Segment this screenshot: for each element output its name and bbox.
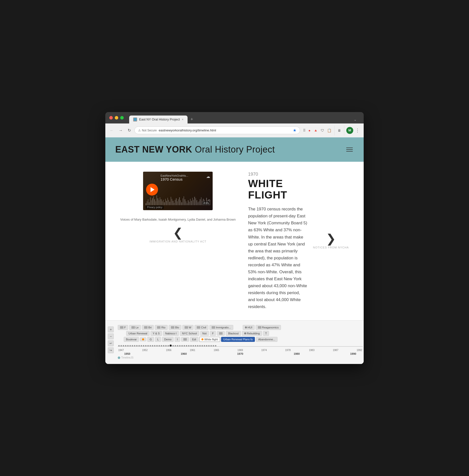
decade-label-1980: 1980 — [294, 352, 300, 355]
tab-favicon-icon: 🌐 — [133, 118, 137, 121]
media-caption: Voices of Mary Barksdale, Isaiah Montgom… — [120, 217, 236, 222]
prev-nav-label: IMMIGRATION AND NATIONALITY ACT — [150, 240, 206, 243]
privacy-policy-label[interactable]: Privacy policy — [146, 205, 164, 209]
year-label-1974: 1974 — [261, 349, 267, 352]
tl-item[interactable]: F — [210, 331, 216, 336]
undo-button[interactable]: ↩ — [108, 340, 114, 346]
tl-item[interactable]: Civil — [195, 325, 208, 330]
website-content: EAST NEW YORK Oral History Project — [105, 137, 364, 364]
soundcloud-background: EastNewYorkOralHis... 1970 Census ☁ ⎋ — [143, 172, 213, 210]
forward-button[interactable]: → — [117, 127, 124, 134]
soundcloud-widget[interactable]: EastNewYorkOralHis... 1970 Census ☁ ⎋ — [143, 172, 213, 210]
profile-button[interactable]: M — [346, 127, 353, 134]
track-info: EastNewYorkOralHis... 1970 Census — [160, 174, 205, 181]
text-section: 1970 WHITE FLIGHT The 1970 census record… — [248, 172, 308, 310]
tl-item[interactable] — [217, 331, 225, 336]
tl-item[interactable]: Y & S — [151, 331, 162, 336]
zoom-out-button[interactable]: − — [108, 333, 114, 339]
tl-item[interactable]: Urban Renewal — [126, 331, 150, 336]
year-label-1965: 1965 — [214, 349, 219, 352]
year-label-1978: 1978 — [285, 349, 291, 352]
tl-item[interactable]: Le — [129, 325, 141, 330]
year-label-1956: 1956 — [166, 349, 171, 352]
decade-label-1960: 1960 — [181, 352, 187, 355]
tl-item[interactable]: Blackout — [226, 331, 241, 336]
tl-item[interactable]: I — [175, 337, 180, 342]
next-nav-button[interactable]: ❯ NOTICES FROM NYCHA — [313, 233, 349, 249]
tl-item[interactable]: NYC School — [180, 331, 199, 336]
browser-window: 🌐 East NY Oral History Project × + ⌄ ← →… — [105, 112, 364, 364]
timeline-row-1: F Le Bri Rio Blo W Civil Immigratio... H… — [118, 325, 363, 330]
tl-item[interactable]: Abandonme... — [256, 337, 277, 342]
timeline-brand-label: TimelineJS — [121, 356, 133, 359]
tl-item[interactable]: Demo — [162, 337, 174, 342]
bookmark-icon[interactable]: ★ — [293, 128, 296, 133]
address-bar[interactable]: ⚠ Not Secure eastnewyorkoralhistory.org/… — [134, 126, 300, 134]
active-tab[interactable]: 🌐 East NY Oral History Project × — [129, 116, 188, 123]
nav-separator-2 — [344, 125, 344, 135]
site-header: EAST NEW YORK Oral History Project — [105, 137, 364, 162]
decade-label-1950: 1950 — [124, 352, 130, 355]
track-time: 2:21 — [202, 201, 210, 205]
security-label: Not Secure — [142, 129, 157, 132]
year-label-1992: 1992 — [357, 349, 362, 352]
prev-nav-button[interactable]: ❮ IMMIGRATION AND NATIONALITY ACT — [150, 227, 206, 243]
tl-item[interactable]: HUI — [243, 325, 255, 330]
tab-list-button[interactable]: ⌄ — [351, 116, 360, 123]
timeline-row-2: Urban Renewal Y & S Nabisco I NYC School… — [118, 331, 363, 336]
tl-item[interactable]: Bri — [142, 325, 154, 330]
hamburger-menu-button[interactable] — [345, 147, 354, 153]
cast-icon[interactable]: 🖥 — [337, 127, 342, 133]
tab-close-icon[interactable]: × — [182, 118, 184, 121]
refresh-button[interactable]: ↻ — [126, 127, 132, 134]
tl-item[interactable]: Boulevar — [124, 337, 139, 342]
minimize-button[interactable] — [115, 116, 118, 119]
tl-item[interactable]: W — [182, 325, 194, 330]
extension-3-icon[interactable]: 🛡 — [320, 127, 325, 133]
redo-button[interactable]: ↪ — [108, 347, 114, 353]
maximize-button[interactable] — [120, 116, 124, 119]
tl-item[interactable] — [140, 337, 146, 341]
tl-item[interactable]: Rio — [155, 325, 168, 330]
tl-item[interactable]: G — [147, 337, 154, 342]
tl-item[interactable] — [181, 337, 189, 342]
tl-item[interactable]: Edi — [190, 337, 198, 342]
extension-2-icon[interactable]: 🔺 — [313, 127, 319, 133]
tl-item[interactable]: T — [263, 331, 269, 336]
tl-item-white-flight[interactable]: White flight — [199, 337, 220, 342]
menu-icon[interactable]: ⋮ — [354, 127, 361, 134]
hamburger-line-2 — [346, 149, 353, 150]
site-title-thin: Oral History Project — [195, 144, 275, 155]
tl-item-urban-renewal[interactable]: Urban Renewal Plans fo — [221, 337, 255, 342]
extension-4-icon[interactable]: 📋 — [326, 127, 332, 133]
site-title: EAST NEW YORK Oral History Project — [115, 144, 275, 155]
tl-item[interactable]: Nabisco I — [163, 331, 179, 336]
url-display: eastnewyorkoralhistory.org/timeline.html — [159, 128, 216, 132]
prev-arrow-icon: ❮ — [150, 227, 206, 239]
close-button[interactable] — [109, 116, 113, 119]
next-arrow-icon: ❯ — [313, 233, 349, 245]
next-nav-label: NOTICES FROM NYCHA — [313, 246, 349, 249]
tl-item[interactable]: Not — [200, 331, 209, 336]
timeline-brand: TimelineJS — [118, 356, 363, 359]
decade-label-1970: 1970 — [237, 352, 243, 355]
tl-item[interactable]: Immigratio... — [209, 325, 233, 330]
play-icon — [151, 187, 155, 192]
tl-item[interactable]: F — [118, 325, 128, 330]
extensions-area: ⠿ ● 🔺 🛡 📋 🖥 M ⋮ — [302, 125, 361, 135]
play-button[interactable] — [146, 184, 158, 196]
text-nav-column: 1970 WHITE FLIGHT The 1970 census record… — [248, 172, 349, 310]
media-column: EastNewYorkOralHis... 1970 Census ☁ ⎋ — [120, 172, 236, 243]
tl-item[interactable]: L — [155, 337, 161, 342]
zoom-in-button[interactable]: + — [108, 326, 114, 332]
new-tab-button[interactable]: + — [188, 115, 196, 123]
tl-item[interactable]: Rebuilding — [242, 331, 262, 336]
extension-1-icon[interactable]: ● — [308, 127, 312, 133]
timeline-controls: + − ↩ ↪ — [108, 326, 114, 353]
hamburger-line-1 — [346, 148, 353, 148]
tl-item[interactable]: Blo — [169, 325, 181, 330]
back-button[interactable]: ← — [108, 127, 115, 134]
extension-grid-icon[interactable]: ⠿ — [302, 127, 307, 133]
timeline-row-3: Boulevar G L Demo I Edi White flight Urb… — [118, 337, 363, 342]
tl-item[interactable]: Reaganomics — [256, 325, 281, 330]
